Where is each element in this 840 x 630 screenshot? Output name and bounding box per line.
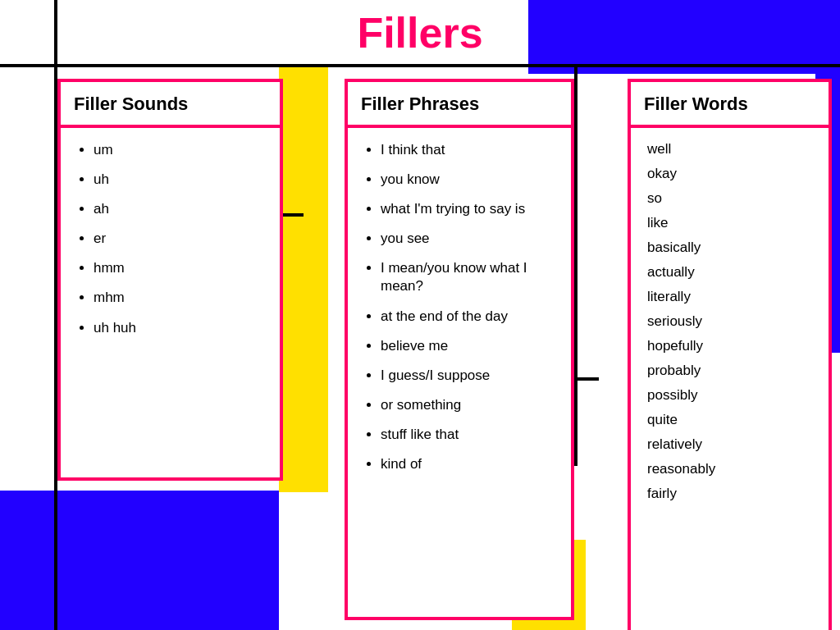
- phrases-card-header: Filler Phrases: [348, 82, 571, 128]
- list-item: at the end of the day: [381, 308, 558, 326]
- columns-container: Filler Sounds umuhaherhmmmhmuh huh Fille…: [57, 72, 832, 614]
- list-item: hmm: [94, 259, 267, 277]
- list-item: well: [647, 141, 815, 158]
- list-item: I think that: [381, 141, 558, 159]
- list-item: stuff like that: [381, 426, 558, 444]
- sounds-card-header: Filler Sounds: [61, 82, 280, 128]
- list-item: so: [647, 190, 815, 207]
- phrases-card-body: I think thatyou knowwhat I'm trying to s…: [348, 128, 571, 498]
- list-item: er: [94, 230, 267, 248]
- list-item: uh: [94, 171, 267, 189]
- list-item: okay: [647, 166, 815, 182]
- list-item: literally: [647, 289, 815, 305]
- list-item: basically: [647, 240, 815, 256]
- phrases-list: I think thatyou knowwhat I'm trying to s…: [364, 141, 558, 473]
- sounds-card: Filler Sounds umuhaherhmmmhmuh huh: [57, 79, 283, 481]
- list-item: you see: [381, 230, 558, 248]
- words-list: wellokaysolikebasicallyactuallyliterally…: [647, 141, 815, 502]
- list-item: um: [94, 141, 267, 159]
- list-item: possibly: [647, 387, 815, 404]
- sounds-heading: Filler Sounds: [74, 94, 188, 114]
- list-item: like: [647, 215, 815, 231]
- phrases-heading: Filler Phrases: [361, 94, 479, 114]
- list-item: seriously: [647, 313, 815, 330]
- words-card-header: Filler Words: [631, 82, 829, 128]
- list-item: actually: [647, 264, 815, 281]
- list-item: what I'm trying to say is: [381, 200, 558, 218]
- list-item: fairly: [647, 486, 815, 502]
- list-item: quite: [647, 412, 815, 428]
- list-item: kind of: [381, 455, 558, 473]
- page-title: Fillers: [0, 8, 840, 57]
- list-item: ah: [94, 200, 267, 218]
- list-item: believe me: [381, 337, 558, 355]
- list-item: I mean/you know what I mean?: [381, 259, 558, 295]
- border-top: [0, 64, 840, 67]
- list-item: mhm: [94, 289, 267, 307]
- list-item: relatively: [647, 436, 815, 453]
- list-item: or something: [381, 396, 558, 414]
- list-item: you know: [381, 171, 558, 189]
- words-heading: Filler Words: [644, 94, 748, 114]
- list-item: probably: [647, 363, 815, 379]
- list-item: uh huh: [94, 319, 267, 337]
- sounds-card-body: umuhaherhmmmhmuh huh: [61, 128, 280, 362]
- phrases-card: Filler Phrases I think thatyou knowwhat …: [345, 79, 574, 620]
- list-item: reasonably: [647, 461, 815, 477]
- list-item: I guess/I suppose: [381, 367, 558, 385]
- list-item: hopefully: [647, 338, 815, 354]
- words-card: Filler Words wellokaysolikebasicallyactu…: [628, 79, 832, 630]
- sounds-list: umuhaherhmmmhmuh huh: [77, 141, 267, 337]
- words-card-body: wellokaysolikebasicallyactuallyliterally…: [631, 128, 829, 523]
